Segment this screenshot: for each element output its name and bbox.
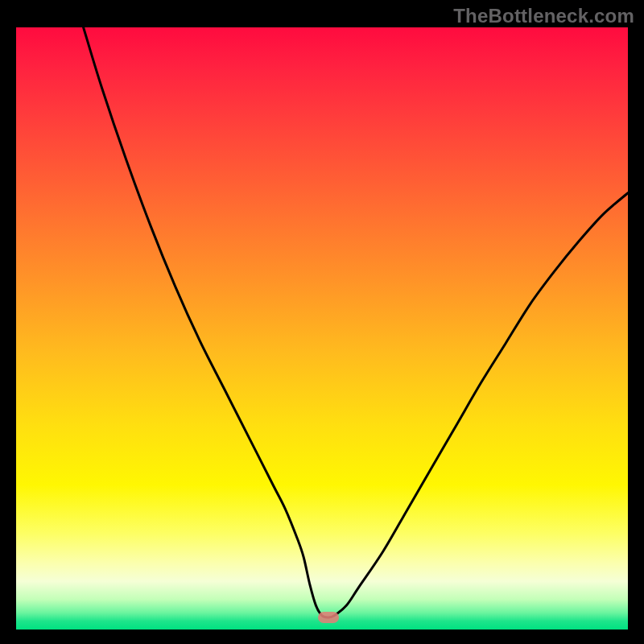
watermark-text: TheBottleneck.com — [453, 5, 634, 27]
plot-area — [16, 27, 628, 630]
chart-frame: TheBottleneck.com — [0, 0, 644, 644]
bottleneck-curve — [16, 27, 628, 630]
optimal-point-marker — [318, 612, 339, 623]
